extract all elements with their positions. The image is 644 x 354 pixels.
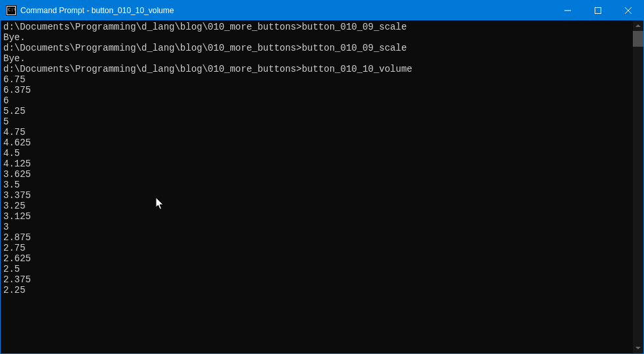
scrollbar-track[interactable] bbox=[633, 31, 643, 343]
app-icon: C:\ bbox=[6, 5, 16, 16]
command-prompt-window: C:\ Command Prompt - button_010_10_volum… bbox=[0, 0, 644, 354]
terminal-line: 3.125 bbox=[3, 211, 630, 222]
terminal-line: 6.375 bbox=[3, 85, 630, 95]
terminal-line: 2.875 bbox=[3, 232, 630, 243]
terminal-area: d:\Documents\Programming\d_lang\blog\010… bbox=[1, 20, 643, 353]
terminal-line: Bye. bbox=[3, 32, 630, 43]
window-controls bbox=[553, 1, 643, 20]
terminal-line: 2.5 bbox=[3, 264, 630, 274]
terminal-line: 4.5 bbox=[3, 148, 630, 159]
terminal-line: 3.375 bbox=[3, 190, 630, 201]
minimize-button[interactable] bbox=[553, 1, 583, 20]
terminal-line: d:\Documents\Programming\d_lang\blog\010… bbox=[3, 43, 630, 53]
terminal-output[interactable]: d:\Documents\Programming\d_lang\blog\010… bbox=[1, 20, 633, 353]
terminal-line: 4.625 bbox=[3, 138, 630, 148]
terminal-line: 6.75 bbox=[3, 74, 630, 85]
terminal-line: 3.25 bbox=[3, 201, 630, 211]
terminal-line: 3.5 bbox=[3, 180, 630, 190]
svg-text:C:\: C:\ bbox=[8, 7, 16, 13]
terminal-line: d:\Documents\Programming\d_lang\blog\010… bbox=[3, 22, 630, 32]
terminal-line: Bye. bbox=[3, 53, 630, 64]
terminal-line: 6 bbox=[3, 95, 630, 106]
svg-rect-5 bbox=[595, 8, 601, 14]
scroll-up-arrow[interactable] bbox=[633, 20, 643, 31]
terminal-line: 2.625 bbox=[3, 253, 630, 264]
terminal-line: 3.625 bbox=[3, 169, 630, 180]
terminal-line: 2.25 bbox=[3, 285, 630, 295]
terminal-line: 5.25 bbox=[3, 106, 630, 116]
titlebar[interactable]: C:\ Command Prompt - button_010_10_volum… bbox=[1, 1, 643, 20]
terminal-line: 5 bbox=[3, 116, 630, 127]
terminal-line: 4.125 bbox=[3, 159, 630, 169]
maximize-button[interactable] bbox=[583, 1, 613, 20]
vertical-scrollbar[interactable] bbox=[633, 20, 643, 353]
window-title: Command Prompt - button_010_10_volume bbox=[20, 6, 553, 15]
terminal-line: 2.75 bbox=[3, 243, 630, 253]
scroll-down-arrow[interactable] bbox=[633, 343, 643, 353]
close-button[interactable] bbox=[613, 1, 643, 20]
terminal-line: d:\Documents\Programming\d_lang\blog\010… bbox=[3, 64, 630, 74]
scrollbar-thumb[interactable] bbox=[633, 31, 643, 47]
terminal-line: 3 bbox=[3, 222, 630, 232]
terminal-line: 2.375 bbox=[3, 274, 630, 285]
terminal-line: 4.75 bbox=[3, 127, 630, 138]
